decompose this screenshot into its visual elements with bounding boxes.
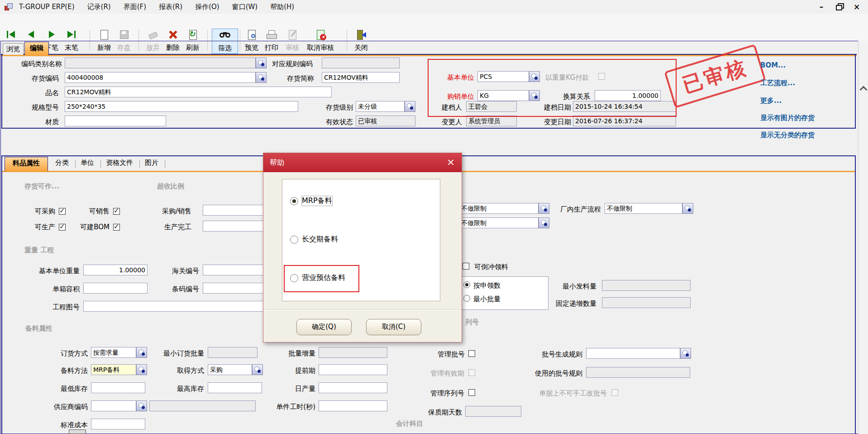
box-volume-field[interactable]	[83, 283, 148, 294]
batch-rule-label: 批号生成规则	[533, 349, 582, 360]
menu-record[interactable]: 记录(R)	[81, 3, 117, 11]
trade-unit-field[interactable]: KG	[477, 90, 529, 101]
batch-rule-lookup-icon[interactable]	[680, 348, 691, 359]
lead-time-field[interactable]	[319, 364, 387, 375]
level-field[interactable]: 未分级	[356, 101, 405, 112]
factory-flow-lookup-icon[interactable]	[682, 203, 693, 214]
menu-report[interactable]: 报表(R)	[153, 3, 189, 11]
customs-code-label: 海关编号	[163, 265, 199, 276]
factory-flow-field[interactable]: 不做限制	[605, 203, 682, 214]
restore-button[interactable]	[833, 2, 846, 12]
link-show-unclassified[interactable]: 显示无分类的存货	[760, 131, 815, 140]
max-stock-field[interactable]	[208, 382, 262, 393]
status-field: 已审核	[356, 116, 415, 126]
menu-app[interactable]: T-GROUP ERP(E)	[13, 3, 81, 11]
dialog-close-icon[interactable]: ×	[444, 156, 457, 169]
material-field[interactable]	[65, 116, 166, 126]
link-more[interactable]: 更多...	[760, 96, 782, 105]
item-code-field[interactable]: 400400008	[65, 72, 256, 83]
purchasable-label: 可采购	[19, 206, 55, 217]
drawing-no-label: 工程图号	[43, 302, 80, 313]
dialog-ok-button[interactable]: 确定(Q)	[296, 319, 352, 335]
menu-interface[interactable]: 界面(F)	[117, 3, 153, 11]
obtain-mode-lookup-icon[interactable]	[252, 364, 263, 375]
daily-output-field[interactable]	[319, 382, 387, 393]
tab-browse[interactable]: 浏览	[3, 43, 24, 55]
purchasable-checkbox[interactable]	[59, 208, 66, 215]
menu-window[interactable]: 窗口(W)	[226, 3, 264, 11]
item-name-field[interactable]: CR12MOV精料	[65, 87, 332, 97]
obtain-mode-field[interactable]: 采购	[208, 364, 252, 375]
forecast-highlight-box	[284, 265, 359, 292]
manage-serial-checkbox[interactable]	[468, 389, 475, 396]
menu-help[interactable]: 帮助(H)	[264, 3, 300, 11]
trade-unit-lookup-icon[interactable]	[529, 90, 540, 101]
base-unit-lookup-icon[interactable]	[529, 71, 540, 82]
limit-field-1[interactable]: 不做限制	[459, 203, 539, 214]
link-show-with-image[interactable]: 显示有图片的存货	[760, 114, 815, 122]
min-order-field	[208, 347, 258, 358]
producible-checkbox[interactable]	[59, 224, 66, 231]
long-lead-option-label[interactable]: 长交期备料	[302, 235, 338, 244]
std-cost-field[interactable]	[91, 419, 145, 429]
delete-x-icon	[167, 29, 179, 41]
base-weight-label: 基本单位重量	[25, 265, 80, 276]
limit-field-2[interactable]: 不做限制	[459, 217, 539, 228]
batch-inc-label: 批量增量	[279, 348, 315, 359]
limit-2-lookup-icon[interactable]	[539, 217, 549, 228]
manage-batch-checkbox[interactable]	[468, 350, 475, 357]
audit-icon	[286, 29, 298, 41]
refresh-icon: ↻	[187, 29, 199, 41]
mrp-option-radio[interactable]	[290, 197, 298, 205]
sellable-checkbox[interactable]	[113, 208, 120, 215]
unit-hours-field[interactable]	[319, 400, 387, 411]
weight-section-title: 重量 工程	[24, 246, 54, 255]
minimize-button[interactable]: –	[815, 2, 828, 12]
by-request-radio[interactable]	[463, 281, 470, 288]
tab-edit[interactable]: 编辑	[24, 42, 49, 55]
app-icon	[5, 3, 13, 11]
unit-highlight-box	[428, 59, 677, 117]
prepare-method-lookup-icon[interactable]	[136, 364, 147, 375]
supplier-code-label: 供应商编码	[45, 401, 88, 412]
min-stock-field[interactable]	[91, 382, 145, 393]
tab-item-attributes[interactable]: 料品属性	[5, 157, 48, 171]
min-stock-label: 最低库存	[52, 383, 88, 394]
mrp-option-label[interactable]: MRP备料	[302, 196, 332, 206]
dialog-cancel-button[interactable]: 取消(C)	[366, 319, 421, 335]
order-mode-field[interactable]: 按需求量	[91, 347, 136, 358]
fixed-inc-field	[602, 297, 691, 308]
tab-classification[interactable]: 分类	[55, 159, 69, 167]
item-abbr-field[interactable]: CR12MOV精料	[322, 72, 400, 83]
level-lookup-icon[interactable]	[405, 101, 415, 112]
first-record-icon	[5, 29, 17, 41]
tab-images[interactable]: 图片	[145, 159, 158, 167]
vertical-scrollbar[interactable]	[858, 41, 868, 434]
order-mode-lookup-icon[interactable]	[136, 347, 147, 358]
min-batch-radio[interactable]	[463, 295, 470, 302]
supplier-lookup-icon[interactable]	[136, 400, 147, 411]
code-class-field[interactable]	[65, 58, 256, 68]
link-bom[interactable]: BOM...	[760, 61, 786, 69]
binoculars-icon	[219, 29, 231, 41]
limit-1-lookup-icon[interactable]	[539, 203, 549, 214]
supplier-code-field[interactable]	[91, 400, 136, 411]
link-process-flow[interactable]: 工艺流程...	[760, 79, 795, 87]
spec-field[interactable]: 250*240*35	[65, 101, 298, 112]
batch-rule-field[interactable]	[586, 348, 680, 359]
obtain-mode-label: 取得方式	[168, 365, 204, 376]
scroll-up-icon[interactable]	[860, 86, 868, 94]
tab-unit[interactable]: 单位	[81, 159, 94, 167]
base-weight-field[interactable]: 1.00000	[83, 265, 148, 275]
prepare-method-field[interactable]: MRP备料	[91, 364, 136, 375]
bomable-checkbox[interactable]	[113, 224, 120, 231]
backflush-checkbox[interactable]	[463, 263, 469, 270]
tab-qualification-files[interactable]: 资格文件	[106, 159, 133, 167]
long-lead-option-radio[interactable]	[290, 236, 298, 244]
close-window-button[interactable]: ×	[850, 2, 863, 12]
rule-code-field[interactable]	[322, 58, 400, 68]
shelf-life-field	[465, 406, 521, 417]
conversion-field[interactable]: 1.00000	[595, 90, 661, 101]
base-unit-field[interactable]: PCS	[477, 71, 529, 82]
menu-operation[interactable]: 操作(O)	[189, 3, 226, 11]
